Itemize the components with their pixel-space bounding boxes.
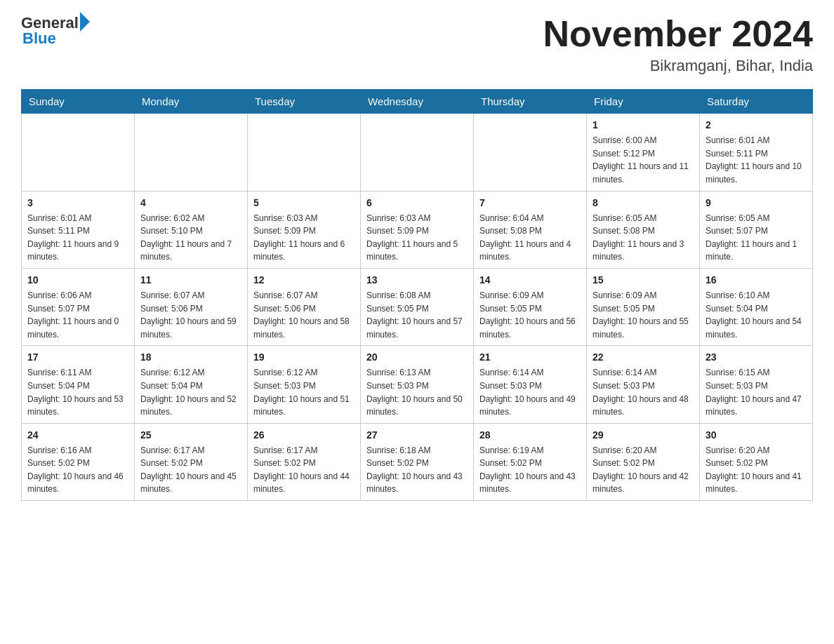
calendar-cell: 15Sunrise: 6:09 AMSunset: 5:05 PMDayligh… xyxy=(587,268,700,345)
logo-arrow-icon xyxy=(80,12,90,32)
calendar-cell: 6Sunrise: 6:03 AMSunset: 5:09 PMDaylight… xyxy=(361,191,474,268)
weekday-header-monday: Monday xyxy=(135,90,248,114)
day-number: 11 xyxy=(140,273,241,288)
day-number: 27 xyxy=(366,428,468,443)
day-info: Sunrise: 6:18 AMSunset: 5:02 PMDaylight:… xyxy=(366,444,468,496)
location-title: Bikramganj, Bihar, India xyxy=(543,57,813,75)
day-info: Sunrise: 6:04 AMSunset: 5:08 PMDaylight:… xyxy=(479,212,581,264)
day-number: 8 xyxy=(593,196,694,210)
week-row-5: 24Sunrise: 6:16 AMSunset: 5:02 PMDayligh… xyxy=(22,423,813,500)
day-info: Sunrise: 6:09 AMSunset: 5:05 PMDaylight:… xyxy=(479,289,581,341)
day-number: 24 xyxy=(27,428,128,443)
day-number: 3 xyxy=(27,196,128,210)
weekday-header-row: SundayMondayTuesdayWednesdayThursdayFrid… xyxy=(22,90,813,114)
title-block: November 2024 Bikramganj, Bihar, India xyxy=(543,14,813,75)
day-info: Sunrise: 6:00 AMSunset: 5:12 PMDaylight:… xyxy=(593,134,694,186)
day-info: Sunrise: 6:07 AMSunset: 5:06 PMDaylight:… xyxy=(140,289,241,341)
day-number: 12 xyxy=(253,273,355,288)
day-info: Sunrise: 6:12 AMSunset: 5:03 PMDaylight:… xyxy=(253,366,355,418)
day-info: Sunrise: 6:09 AMSunset: 5:05 PMDaylight:… xyxy=(593,289,694,341)
weekday-header-wednesday: Wednesday xyxy=(361,90,474,114)
logo-blue-text: Blue xyxy=(22,29,56,48)
day-number: 14 xyxy=(479,273,581,288)
day-info: Sunrise: 6:02 AMSunset: 5:10 PMDaylight:… xyxy=(140,212,241,264)
day-info: Sunrise: 6:12 AMSunset: 5:04 PMDaylight:… xyxy=(140,366,241,418)
day-number: 29 xyxy=(593,428,694,443)
day-number: 15 xyxy=(593,273,694,288)
calendar-cell: 2Sunrise: 6:01 AMSunset: 5:11 PMDaylight… xyxy=(700,114,813,191)
calendar-cell: 26Sunrise: 6:17 AMSunset: 5:02 PMDayligh… xyxy=(248,423,361,500)
day-number: 30 xyxy=(706,428,807,443)
weekday-header-friday: Friday xyxy=(587,90,700,114)
day-info: Sunrise: 6:20 AMSunset: 5:02 PMDaylight:… xyxy=(706,444,807,496)
day-info: Sunrise: 6:01 AMSunset: 5:11 PMDaylight:… xyxy=(706,134,807,186)
day-number: 16 xyxy=(706,273,807,288)
day-info: Sunrise: 6:06 AMSunset: 5:07 PMDaylight:… xyxy=(27,289,128,341)
calendar-cell: 1Sunrise: 6:00 AMSunset: 5:12 PMDaylight… xyxy=(587,114,700,191)
calendar-cell xyxy=(474,114,587,191)
week-row-1: 1Sunrise: 6:00 AMSunset: 5:12 PMDaylight… xyxy=(22,114,813,191)
calendar-cell: 28Sunrise: 6:19 AMSunset: 5:02 PMDayligh… xyxy=(474,423,587,500)
calendar-cell xyxy=(135,114,248,191)
calendar-cell: 8Sunrise: 6:05 AMSunset: 5:08 PMDaylight… xyxy=(587,191,700,268)
day-number: 22 xyxy=(593,350,694,365)
day-number: 28 xyxy=(479,428,581,443)
calendar-cell: 19Sunrise: 6:12 AMSunset: 5:03 PMDayligh… xyxy=(248,346,361,423)
day-info: Sunrise: 6:17 AMSunset: 5:02 PMDaylight:… xyxy=(140,444,241,496)
week-row-2: 3Sunrise: 6:01 AMSunset: 5:11 PMDaylight… xyxy=(22,191,813,268)
weekday-header-thursday: Thursday xyxy=(474,90,587,114)
day-info: Sunrise: 6:13 AMSunset: 5:03 PMDaylight:… xyxy=(366,366,468,418)
day-info: Sunrise: 6:05 AMSunset: 5:08 PMDaylight:… xyxy=(593,212,694,264)
calendar-cell: 24Sunrise: 6:16 AMSunset: 5:02 PMDayligh… xyxy=(22,423,135,500)
calendar-cell: 23Sunrise: 6:15 AMSunset: 5:03 PMDayligh… xyxy=(700,346,813,423)
day-number: 21 xyxy=(479,350,581,365)
calendar-cell: 27Sunrise: 6:18 AMSunset: 5:02 PMDayligh… xyxy=(361,423,474,500)
calendar-cell: 30Sunrise: 6:20 AMSunset: 5:02 PMDayligh… xyxy=(700,423,813,500)
day-number: 9 xyxy=(706,196,807,210)
week-row-3: 10Sunrise: 6:06 AMSunset: 5:07 PMDayligh… xyxy=(22,268,813,345)
calendar-cell: 12Sunrise: 6:07 AMSunset: 5:06 PMDayligh… xyxy=(248,268,361,345)
day-info: Sunrise: 6:05 AMSunset: 5:07 PMDaylight:… xyxy=(706,212,807,264)
day-info: Sunrise: 6:14 AMSunset: 5:03 PMDaylight:… xyxy=(479,366,581,418)
calendar-cell: 16Sunrise: 6:10 AMSunset: 5:04 PMDayligh… xyxy=(700,268,813,345)
calendar-cell xyxy=(361,114,474,191)
month-year-title: November 2024 xyxy=(543,14,813,54)
day-info: Sunrise: 6:17 AMSunset: 5:02 PMDaylight:… xyxy=(253,444,355,496)
week-row-4: 17Sunrise: 6:11 AMSunset: 5:04 PMDayligh… xyxy=(22,346,813,423)
calendar-cell xyxy=(248,114,361,191)
day-info: Sunrise: 6:08 AMSunset: 5:05 PMDaylight:… xyxy=(366,289,468,341)
day-info: Sunrise: 6:19 AMSunset: 5:02 PMDaylight:… xyxy=(479,444,581,496)
day-number: 2 xyxy=(706,118,807,133)
day-number: 1 xyxy=(593,118,694,133)
day-info: Sunrise: 6:01 AMSunset: 5:11 PMDaylight:… xyxy=(27,212,128,264)
calendar-cell: 18Sunrise: 6:12 AMSunset: 5:04 PMDayligh… xyxy=(135,346,248,423)
day-number: 13 xyxy=(366,273,468,288)
day-info: Sunrise: 6:11 AMSunset: 5:04 PMDaylight:… xyxy=(27,366,128,418)
day-number: 4 xyxy=(140,196,241,210)
calendar-cell: 22Sunrise: 6:14 AMSunset: 5:03 PMDayligh… xyxy=(587,346,700,423)
day-number: 20 xyxy=(366,350,468,365)
day-number: 6 xyxy=(366,196,468,210)
day-number: 5 xyxy=(253,196,355,210)
day-info: Sunrise: 6:03 AMSunset: 5:09 PMDaylight:… xyxy=(253,212,355,264)
calendar-cell: 14Sunrise: 6:09 AMSunset: 5:05 PMDayligh… xyxy=(474,268,587,345)
calendar-cell: 25Sunrise: 6:17 AMSunset: 5:02 PMDayligh… xyxy=(135,423,248,500)
calendar-cell: 20Sunrise: 6:13 AMSunset: 5:03 PMDayligh… xyxy=(361,346,474,423)
day-number: 10 xyxy=(27,273,128,288)
calendar-cell: 13Sunrise: 6:08 AMSunset: 5:05 PMDayligh… xyxy=(361,268,474,345)
day-number: 7 xyxy=(479,196,581,210)
calendar-table: SundayMondayTuesdayWednesdayThursdayFrid… xyxy=(21,89,813,501)
calendar-cell: 7Sunrise: 6:04 AMSunset: 5:08 PMDaylight… xyxy=(474,191,587,268)
day-number: 26 xyxy=(253,428,355,443)
calendar-cell: 17Sunrise: 6:11 AMSunset: 5:04 PMDayligh… xyxy=(22,346,135,423)
day-info: Sunrise: 6:14 AMSunset: 5:03 PMDaylight:… xyxy=(593,366,694,418)
day-info: Sunrise: 6:15 AMSunset: 5:03 PMDaylight:… xyxy=(706,366,807,418)
day-number: 17 xyxy=(27,350,128,365)
calendar-cell: 5Sunrise: 6:03 AMSunset: 5:09 PMDaylight… xyxy=(248,191,361,268)
day-info: Sunrise: 6:10 AMSunset: 5:04 PMDaylight:… xyxy=(706,289,807,341)
day-number: 25 xyxy=(140,428,241,443)
day-number: 19 xyxy=(253,350,355,365)
day-info: Sunrise: 6:03 AMSunset: 5:09 PMDaylight:… xyxy=(366,212,468,264)
logo: General Blue xyxy=(21,14,90,48)
day-number: 18 xyxy=(140,350,241,365)
